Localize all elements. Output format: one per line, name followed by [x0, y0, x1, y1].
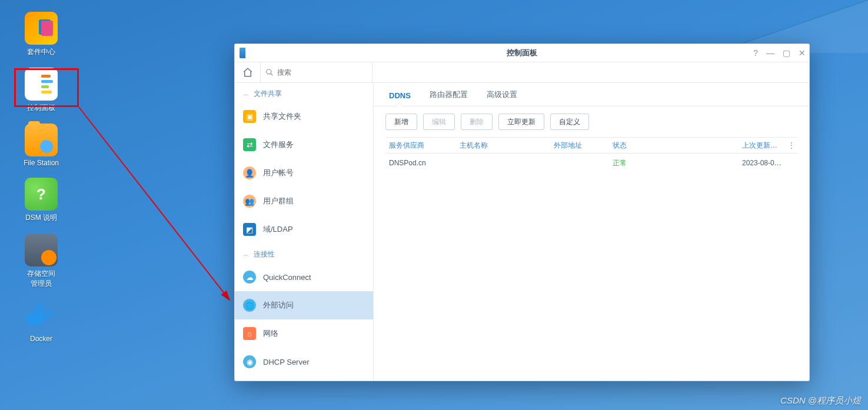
sidebar-item-label: 用户群组	[263, 196, 294, 206]
sidebar-section-label: 连接性	[254, 249, 275, 259]
desktop: 套件中心 控制面板 File Station ? DSM 说明 存储空间 管理员…	[12, 12, 71, 343]
search-box[interactable]	[261, 62, 373, 82]
home-button[interactable]	[235, 62, 261, 82]
desktop-icon-label: DSM 说明	[12, 213, 71, 223]
sidebar-item-label: 外部访问	[263, 300, 294, 311]
svg-rect-2	[38, 312, 41, 316]
svg-rect-7	[38, 304, 41, 308]
sidebar-item-label: 域/LDAP	[263, 224, 293, 235]
sidebar-item-quickconnect[interactable]: ☁QuickConnect	[235, 263, 373, 291]
th-last-update[interactable]: 上次更新时间	[739, 141, 786, 151]
shopping-bag-icon	[25, 12, 58, 45]
th-provider[interactable]: 服务供应商	[385, 141, 456, 151]
svg-rect-6	[42, 308, 45, 312]
tab-router-config[interactable]: 路由器配置	[426, 89, 471, 106]
sidebar-item-network[interactable]: ⌂网络	[235, 319, 373, 348]
th-hostname[interactable]: 主机名称	[456, 141, 550, 151]
ldap-icon: ◩	[243, 223, 256, 236]
globe-icon: 🌐	[243, 299, 256, 312]
sidebar: ︿ 文件共享 ▣共享文件夹 ⇄文件服务 👤用户帐号 👥用户群组 ◩域/LDAP …	[235, 83, 374, 381]
column-options-button[interactable]: ⋮	[786, 141, 797, 149]
sidebar-item-label: 共享文件夹	[263, 111, 301, 122]
svg-line-8	[79, 107, 230, 300]
group-icon: 👥	[243, 195, 256, 208]
update-now-button[interactable]: 立即更新	[498, 114, 544, 130]
svg-line-11	[271, 74, 273, 76]
tabs: DDNS 路由器配置 高级设置	[374, 83, 809, 106]
desktop-icon-dsm-help[interactable]: ? DSM 说明	[12, 178, 71, 223]
search-icon	[265, 68, 274, 76]
table-header: 服务供应商 主机名称 外部地址 状态 上次更新时间 ⋮	[385, 137, 797, 154]
sidebar-item-external-access[interactable]: 🌐外部访问	[235, 291, 373, 319]
network-icon: ⌂	[243, 327, 256, 340]
watermark: CSDN @程序员小煜	[780, 395, 861, 406]
toolbar	[235, 62, 809, 83]
window-controls: ? — ▢ ✕	[753, 44, 806, 62]
desktop-icon-label: 存储空间 管理员	[12, 269, 71, 289]
edit-button[interactable]: 编辑	[423, 114, 455, 130]
sidebar-item-shared-folder[interactable]: ▣共享文件夹	[235, 102, 373, 131]
desktop-icon-file-station[interactable]: File Station	[12, 124, 71, 167]
home-icon	[242, 67, 253, 78]
arrows-icon: ⇄	[243, 138, 256, 151]
content-panel: DDNS 路由器配置 高级设置 新增 编辑 删除 立即更新 自定义 服务供应商 …	[374, 83, 809, 381]
sidebar-item-dhcp-server[interactable]: ◉DHCP Server	[235, 348, 373, 376]
storage-icon	[25, 234, 58, 266]
svg-rect-4	[34, 308, 37, 312]
sidebar-item-group[interactable]: 👥用户群组	[235, 187, 373, 215]
control-panel-icon	[25, 68, 58, 101]
search-input[interactable]	[277, 68, 367, 76]
tab-ddns[interactable]: DDNS	[385, 91, 414, 106]
th-external-address[interactable]: 外部地址	[550, 141, 609, 151]
close-button[interactable]: ✕	[799, 48, 806, 58]
sidebar-item-label: 网络	[263, 328, 278, 339]
docker-icon	[25, 299, 58, 332]
desktop-icon-label: Docker	[12, 335, 71, 343]
custom-button[interactable]: 自定义	[550, 114, 589, 130]
folder-icon: ▣	[243, 110, 256, 123]
sidebar-item-user[interactable]: 👤用户帐号	[235, 159, 373, 187]
help-icon: ?	[25, 178, 58, 211]
user-icon: 👤	[243, 166, 256, 179]
svg-rect-0	[29, 312, 33, 316]
delete-button[interactable]: 删除	[461, 114, 493, 130]
sidebar-item-label: 文件服务	[263, 139, 294, 150]
desktop-icon-label: File Station	[12, 159, 71, 167]
control-panel-window: 控制面板 ? — ▢ ✕ ︿ 文件共享 ▣共享文件夹 ⇄文件服务 👤用户帐号 👥…	[234, 44, 810, 381]
sidebar-item-label: QuickConnect	[263, 273, 311, 282]
desktop-icon-storage-manager[interactable]: 存储空间 管理员	[12, 234, 71, 289]
sidebar-item-label: 用户帐号	[263, 168, 294, 178]
svg-rect-1	[34, 312, 37, 316]
th-status[interactable]: 状态	[609, 141, 739, 151]
chevron-up-icon: ︿	[243, 90, 249, 98]
cell-status: 正常	[609, 158, 739, 168]
svg-point-10	[267, 69, 271, 74]
chevron-up-icon: ︿	[243, 251, 249, 259]
sidebar-item-file-services[interactable]: ⇄文件服务	[235, 131, 373, 159]
button-bar: 新增 编辑 删除 立即更新 自定义	[374, 106, 809, 137]
sidebar-section-label: 文件共享	[254, 89, 282, 99]
folder-search-icon	[25, 124, 58, 156]
desktop-icon-control-panel[interactable]: 控制面板	[12, 68, 71, 113]
add-button[interactable]: 新增	[385, 114, 417, 130]
cell-provider: DNSPod.cn	[385, 159, 456, 167]
desktop-icon-docker[interactable]: Docker	[12, 299, 71, 343]
cloud-icon: ☁	[243, 271, 256, 284]
ddns-table: 服务供应商 主机名称 外部地址 状态 上次更新时间 ⋮ DNSPod.cn 正常…	[374, 137, 809, 381]
sidebar-item-domain-ldap[interactable]: ◩域/LDAP	[235, 215, 373, 244]
sidebar-item-label: DHCP Server	[263, 358, 310, 366]
table-row[interactable]: DNSPod.cn 正常 2023-08-07 0...	[385, 154, 797, 172]
tab-advanced[interactable]: 高级设置	[483, 89, 521, 106]
desktop-icon-package-center[interactable]: 套件中心	[12, 12, 71, 57]
desktop-icon-label: 控制面板	[12, 103, 71, 113]
minimize-button[interactable]: —	[766, 48, 774, 58]
window-titlebar[interactable]: 控制面板 ? — ▢ ✕	[235, 44, 809, 62]
maximize-button[interactable]: ▢	[783, 48, 790, 58]
desktop-icon-label: 套件中心	[12, 47, 71, 57]
sidebar-section-file-sharing[interactable]: ︿ 文件共享	[235, 83, 373, 102]
help-button[interactable]: ?	[753, 48, 758, 58]
window-title: 控制面板	[235, 48, 809, 58]
dhcp-icon: ◉	[243, 355, 256, 368]
sidebar-section-connectivity[interactable]: ︿ 连接性	[235, 244, 373, 263]
svg-rect-5	[38, 308, 41, 312]
